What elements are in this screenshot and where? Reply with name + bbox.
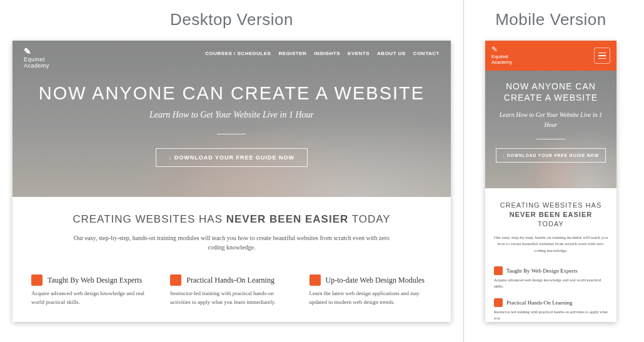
feature-experts: Taught By Web Design Experts Acquire adv… <box>494 266 608 289</box>
feature-title: Taught By Web Design Experts <box>506 268 577 274</box>
brand-logo[interactable]: ✎ Equinet Academy <box>491 46 512 66</box>
mobile-header: ✎ Equinet Academy <box>485 41 616 71</box>
hero-subtitle: Learn How to Get Your Website Live in 1 … <box>13 110 451 120</box>
feature-icon <box>494 298 503 307</box>
nav-item-contact[interactable]: CONTACT <box>413 51 440 56</box>
brand-line2: Academy <box>24 63 49 69</box>
desktop-column-title: Desktop Version <box>170 10 293 29</box>
nav-item-insights[interactable]: INSIGHTS <box>314 51 340 56</box>
feature-head: Taught By Web Design Experts <box>494 266 608 275</box>
feature-desc: Learn the latest web design applications… <box>309 289 432 306</box>
feature-head: Practical Hands-On Learning <box>494 298 608 307</box>
mobile-column: Mobile Version ✎ Equinet Academy NOW ANY… <box>464 0 644 342</box>
hamburger-bar <box>598 53 606 54</box>
hero-divider <box>217 134 246 134</box>
hamburger-menu-button[interactable] <box>594 48 610 64</box>
mobile-hero: NOW ANYONE CAN CREATE A WEBSITE Learn Ho… <box>485 71 616 188</box>
feature-title: Practical Hands-On Learning <box>506 299 572 306</box>
heading-pre: CREATING WEBSITES HAS <box>500 201 602 209</box>
feature-icon <box>309 274 321 286</box>
feature-desc: Instructor-led training with practical h… <box>494 309 608 321</box>
feature-head: Practical Hands-On Learning <box>170 274 293 286</box>
feature-head: Up-to-date Web Design Modules <box>309 274 432 286</box>
logo-icon: ✎ <box>491 46 498 53</box>
section-heading: CREATING WEBSITES HAS NEVER BEEN EASIER … <box>494 201 608 229</box>
heading-post: TODAY <box>348 213 390 225</box>
nav-item-events[interactable]: EVENTS <box>348 51 370 56</box>
brand-line2: Academy <box>491 60 512 66</box>
feature-desc: Acquire advanced web design knowledge an… <box>31 289 154 306</box>
feature-icon <box>31 274 43 286</box>
hamburger-bar <box>598 58 606 59</box>
section-lead: Our easy, step-by-step, hands-on trainin… <box>69 233 394 252</box>
desktop-hero: ✎ Equinet Academy COURSES / SCHEDULES RE… <box>13 41 451 197</box>
feature-experts: Taught By Web Design Experts Acquire adv… <box>31 274 154 306</box>
feature-title: Taught By Web Design Experts <box>48 276 142 285</box>
desktop-content: CREATING WEBSITES HAS NEVER BEEN EASIER … <box>13 197 451 306</box>
desktop-frame: ✎ Equinet Academy COURSES / SCHEDULES RE… <box>13 41 451 322</box>
heading-bold: NEVER BEEN EASIER <box>226 213 349 225</box>
feature-handson: Practical Hands-On Learning Instructor-l… <box>170 274 293 306</box>
heading-bold: NEVER BEEN EASIER <box>510 211 593 218</box>
logo-icon: ✎ <box>24 47 32 56</box>
feature-desc: Instructor-led training with practical h… <box>170 289 293 306</box>
feature-desc: Acquire advanced web design knowledge an… <box>494 277 608 289</box>
hero-title: NOW ANYONE CAN CREATE A WEBSITE <box>485 81 616 104</box>
feature-title: Up-to-date Web Design Modules <box>326 276 425 285</box>
feature-handson: Practical Hands-On Learning Instructor-l… <box>494 298 608 321</box>
feature-title: Practical Hands-On Learning <box>186 276 274 285</box>
hero-title: NOW ANYONE CAN CREATE A WEBSITE <box>13 83 451 104</box>
mobile-frame: ✎ Equinet Academy NOW ANYONE CAN CREATE … <box>485 41 616 322</box>
section-lead: Our easy, step-by-step, hands-on trainin… <box>494 234 608 254</box>
hero-divider <box>536 139 565 139</box>
desktop-nav: ✎ Equinet Academy COURSES / SCHEDULES RE… <box>13 41 451 69</box>
feature-head: Taught By Web Design Experts <box>31 274 154 286</box>
feature-icon <box>494 266 503 275</box>
section-heading: CREATING WEBSITES HAS NEVER BEEN EASIER … <box>31 213 432 226</box>
brand-logo[interactable]: ✎ Equinet Academy <box>24 47 49 69</box>
nav-menu: COURSES / SCHEDULES REGISTER INSIGHTS EV… <box>205 51 440 56</box>
mobile-column-title: Mobile Version <box>495 10 606 29</box>
hero-subtitle: Learn How to Get Your Website Live in 1 … <box>485 110 616 130</box>
feature-modules: Up-to-date Web Design Modules Learn the … <box>309 274 432 306</box>
nav-item-courses[interactable]: COURSES / SCHEDULES <box>205 51 271 56</box>
heading-pre: CREATING WEBSITES HAS <box>73 213 226 225</box>
hamburger-bar <box>598 55 606 56</box>
heading-post: TODAY <box>538 220 564 228</box>
download-guide-button[interactable]: ↓ DOWNLOAD YOUR FREE GUIDE NOW <box>496 148 606 163</box>
download-guide-button[interactable]: ↓ DOWNLOAD YOUR FREE GUIDE NOW <box>156 148 308 167</box>
mobile-content: CREATING WEBSITES HAS NEVER BEEN EASIER … <box>485 188 616 321</box>
features-stack: Taught By Web Design Experts Acquire adv… <box>494 266 608 321</box>
feature-icon <box>170 274 181 286</box>
comparison-container: Desktop Version ✎ Equinet Academy COURSE… <box>0 0 644 342</box>
nav-item-about[interactable]: ABOUT US <box>377 51 406 56</box>
nav-item-register[interactable]: REGISTER <box>278 51 306 56</box>
desktop-column: Desktop Version ✎ Equinet Academy COURSE… <box>0 0 463 342</box>
features-row: Taught By Web Design Experts Acquire adv… <box>31 274 432 306</box>
